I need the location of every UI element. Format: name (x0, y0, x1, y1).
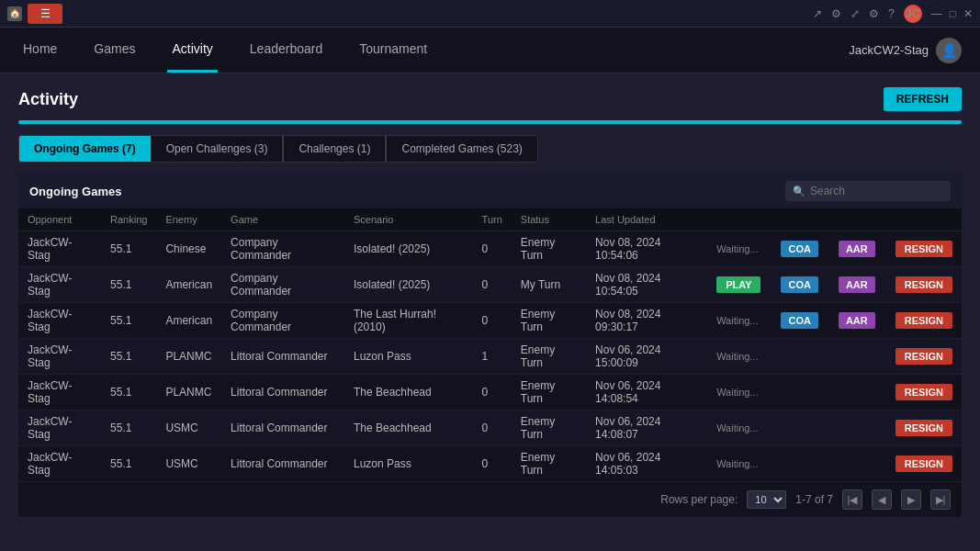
search-input[interactable] (810, 185, 943, 197)
resign-button[interactable]: RESIGN (896, 384, 952, 400)
cell-coa: COA (772, 303, 828, 339)
sub-tab-completed[interactable]: Completed Games (523) (387, 136, 536, 162)
cell-waiting: Waiting... (707, 446, 772, 482)
first-page-button[interactable]: |◀ (842, 489, 862, 510)
cell-last-updated: Nov 08, 2024 10:54:06 (586, 231, 707, 267)
nav-tab-home[interactable]: Home (18, 28, 62, 73)
play-button[interactable]: PLAY (716, 276, 760, 293)
col-turn: Turn (473, 208, 512, 231)
col-resign (886, 208, 962, 231)
cell-resign: RESIGN (886, 339, 962, 375)
cell-status: Enemy Turn (512, 375, 586, 410)
cell-waiting: Waiting... (707, 303, 772, 339)
table-row: JackCW-Stag55.1USMCLittoral CommanderThe… (18, 410, 962, 446)
cell-enemy: USMC (156, 410, 221, 446)
nav-tab-games[interactable]: Games (89, 28, 140, 73)
aar-button[interactable]: AAR (839, 312, 875, 329)
cell-last-updated: Nov 06, 2024 14:05:03 (586, 446, 707, 482)
cell-game: Company Commander (221, 267, 344, 303)
cell-waiting: Waiting... (707, 375, 772, 410)
resign-button[interactable]: RESIGN (896, 276, 952, 293)
aar-button[interactable]: AAR (839, 241, 875, 257)
cell-coa (772, 339, 828, 375)
cell-status: Enemy Turn (512, 303, 586, 339)
sub-tab-ongoing[interactable]: Ongoing Games (7) (19, 136, 152, 162)
help-icon[interactable]: ? (888, 7, 895, 20)
home-icon[interactable]: 🏠 (7, 6, 22, 21)
cell-enemy: Chinese (156, 231, 221, 267)
minimize-button[interactable]: — (931, 7, 942, 20)
nav-tab-leaderboard[interactable]: Leaderboard (245, 28, 327, 73)
col-waiting (707, 208, 772, 231)
resign-button[interactable]: RESIGN (896, 420, 952, 436)
coa-button[interactable]: COA (781, 312, 817, 329)
cell-enemy: American (156, 303, 221, 339)
cell-waiting: PLAY (707, 267, 772, 303)
nav-tab-tournament[interactable]: Tournament (355, 28, 432, 73)
cell-turn: 0 (473, 446, 512, 482)
search-box[interactable]: 🔍 (785, 181, 951, 201)
cell-status: Enemy Turn (512, 231, 586, 267)
rows-per-page-select[interactable]: 10 25 50 (747, 490, 786, 509)
cell-turn: 0 (473, 231, 512, 267)
cell-opponent: JackCW-Stag (18, 339, 101, 375)
prev-page-button[interactable]: ◀ (872, 489, 892, 510)
coa-button[interactable]: COA (781, 276, 817, 293)
cell-scenario: Luzon Pass (344, 339, 473, 375)
expand-icon[interactable]: ⤢ (850, 7, 860, 20)
cell-scenario: Isolated! (2025) (344, 231, 473, 267)
sub-tab-challenges[interactable]: Challenges (1) (284, 136, 386, 162)
resign-button[interactable]: RESIGN (896, 241, 952, 257)
last-page-button[interactable]: ▶| (930, 489, 951, 510)
cell-scenario: The Beachhead (344, 410, 473, 446)
activity-header: Activity REFRESH (18, 87, 962, 111)
arrow-up-right-icon[interactable]: ↗ (813, 7, 822, 20)
cell-last-updated: Nov 06, 2024 14:08:07 (586, 410, 707, 446)
col-last-updated: Last Updated (586, 208, 707, 231)
user-avatar[interactable]: JC (904, 5, 922, 23)
close-button[interactable]: ✕ (963, 7, 973, 20)
cell-game: Littoral Commander (221, 410, 344, 446)
cell-aar (829, 375, 886, 410)
cell-enemy: PLANMC (156, 339, 221, 375)
coa-button[interactable]: COA (781, 241, 817, 257)
pagination: Rows per page: 10 25 50 1-7 of 7 |◀ ◀ ▶ … (18, 482, 962, 517)
cell-game: Littoral Commander (221, 339, 344, 375)
cell-ranking: 55.1 (101, 339, 156, 375)
config-icon[interactable]: ⚙ (869, 7, 879, 20)
table-title: Ongoing Games (29, 185, 121, 198)
data-table: Opponent Ranking Enemy Game Scenario Tur… (18, 208, 962, 482)
settings-icon[interactable]: ⚙ (831, 7, 841, 20)
sub-tab-open[interactable]: Open Challenges (3) (152, 136, 284, 162)
resign-button[interactable]: RESIGN (896, 348, 952, 365)
cell-status: My Turn (512, 267, 586, 303)
user-profile-icon[interactable]: 👤 (936, 38, 962, 63)
cell-game: Company Commander (221, 231, 344, 267)
cell-enemy: American (156, 267, 221, 303)
next-page-button[interactable]: ▶ (901, 489, 921, 510)
cell-game: Littoral Commander (221, 446, 344, 482)
table-row: JackCW-Stag55.1ChineseCompany CommanderI… (18, 231, 962, 267)
cell-ranking: 55.1 (101, 446, 156, 482)
cell-scenario: The Beachhead (344, 375, 473, 410)
cell-opponent: JackCW-Stag (18, 303, 101, 339)
cell-ranking: 55.1 (101, 231, 156, 267)
resign-button[interactable]: RESIGN (896, 455, 952, 472)
col-scenario: Scenario (344, 208, 473, 231)
title-bar-left: 🏠 ☰ (7, 4, 62, 24)
cell-ranking: 55.1 (101, 410, 156, 446)
resign-button[interactable]: RESIGN (896, 312, 952, 329)
cell-last-updated: Nov 06, 2024 14:08:54 (586, 375, 707, 410)
app-tab[interactable]: ☰ (28, 4, 62, 24)
maximize-button[interactable]: □ (950, 7, 956, 20)
nav-tab-activity[interactable]: Activity (167, 28, 217, 73)
cell-opponent: JackCW-Stag (18, 446, 101, 482)
col-opponent: Opponent (18, 208, 101, 231)
progress-bar (18, 120, 962, 124)
cell-last-updated: Nov 08, 2024 09:30:17 (586, 303, 707, 339)
refresh-button[interactable]: REFRESH (884, 87, 962, 111)
aar-button[interactable]: AAR (839, 276, 875, 293)
cell-waiting: Waiting... (707, 410, 772, 446)
cell-resign: RESIGN (886, 410, 962, 446)
col-coa (772, 208, 828, 231)
